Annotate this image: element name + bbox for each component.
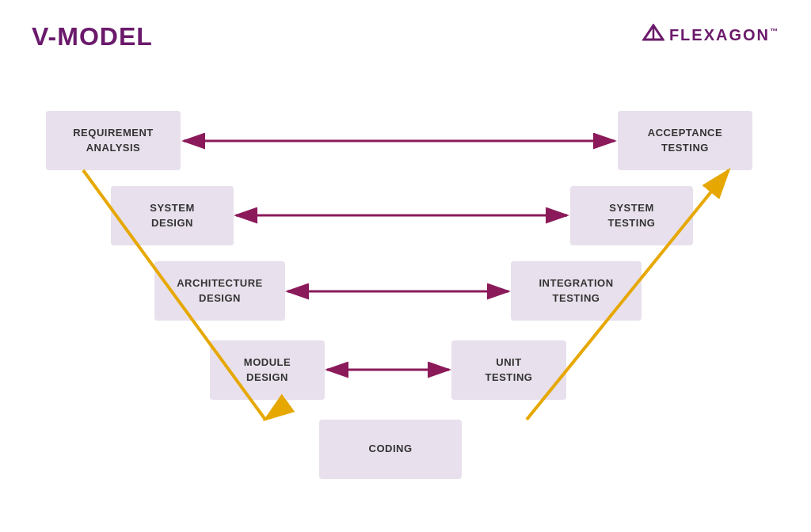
box-requirement-analysis: REQUIREMENTANALYSIS (46, 111, 181, 170)
logo: FLEXAGON™ (642, 24, 779, 46)
box-system-testing: SYSTEMTESTING (570, 186, 693, 245)
box-unit-testing: UNITTESTING (451, 340, 566, 400)
box-acceptance-testing: ACCEPTANCETESTING (618, 111, 752, 170)
box-module-design: MODULEDESIGN (210, 340, 325, 400)
page-title: V-MODEL (32, 22, 153, 51)
box-architecture-design: ARCHITECTUREDESIGN (154, 261, 285, 321)
logo-text: FLEXAGON™ (669, 26, 779, 44)
box-coding: CODING (319, 420, 462, 479)
box-integration-testing: INTEGRATIONTESTING (511, 261, 642, 321)
logo-icon (642, 24, 664, 46)
box-system-design: SYSTEMDESIGN (111, 186, 234, 245)
